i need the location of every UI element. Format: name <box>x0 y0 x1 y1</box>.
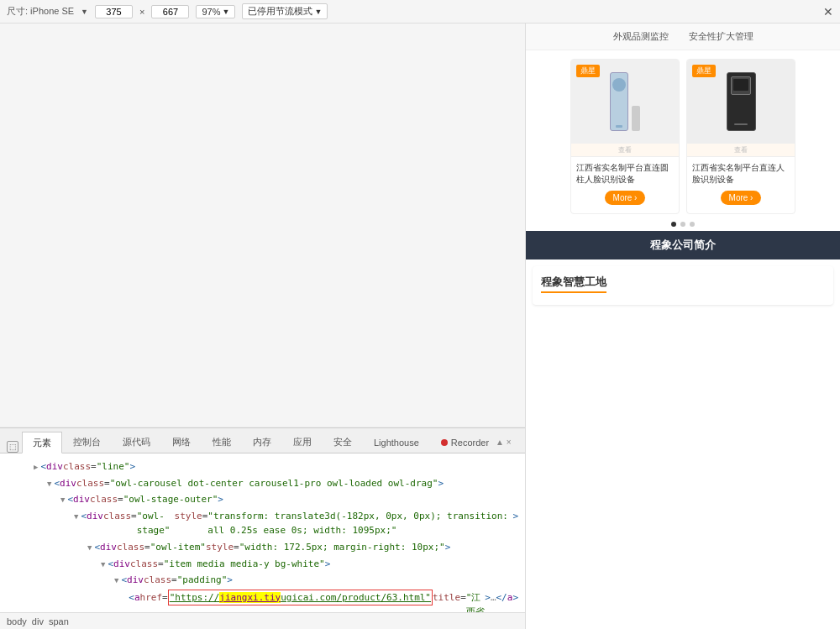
height-input[interactable] <box>151 5 189 18</box>
tab-lighthouse[interactable]: Lighthouse <box>363 431 430 453</box>
tab-application-label: 应用 <box>293 436 312 448</box>
throttle-dropdown-icon: ▼ <box>314 8 322 16</box>
browser-content-area: ⬚ 元素 控制台 源代码 网络 性能 <box>0 24 840 629</box>
tab-security-label: 安全 <box>333 436 352 448</box>
tab-exterior-label: 外观品测监控 <box>613 31 669 41</box>
card-info-1: 江西省实名制平台直连圆柱人脸识别设备 More › <box>571 157 679 213</box>
code-line: ▼ <div class="owl-carousel dot-center ca… <box>7 475 518 492</box>
dimension-separator: × <box>139 7 144 17</box>
carousel-dots <box>526 218 840 231</box>
tab-performance-label: 性能 <box>213 436 231 448</box>
card-more-button-2[interactable]: More › <box>721 191 762 205</box>
tab-memory-label: 内存 <box>253 436 271 448</box>
breadcrumb-div[interactable]: div <box>32 616 44 626</box>
devtools-breadcrumb: body div span <box>0 612 525 629</box>
width-input[interactable] <box>95 5 133 18</box>
tab-console-label: 控制台 <box>73 436 101 448</box>
dot-2[interactable] <box>680 222 685 227</box>
code-line: ▼ <div class="padding" > <box>7 572 518 589</box>
expand-arrow[interactable]: ▶ <box>34 461 38 473</box>
card-label-2: 查看 <box>687 144 795 157</box>
card-badge-2: 鼎星 <box>692 65 716 77</box>
card-title-1: 江西省实名制平台直连圆柱人脸识别设备 <box>576 162 674 186</box>
tab-sources-label: 源代码 <box>123 436 150 448</box>
card-title-2: 江西省实名制平台直连人脸识别设备 <box>692 162 790 186</box>
recorder-dot-icon <box>441 439 448 446</box>
code-line: ▼ <div class="owl-stage" style="transfor… <box>7 508 518 539</box>
breadcrumb-body[interactable]: body <box>7 616 27 626</box>
code-panel: ▶ <div class="line" > ▼ <div class="owl-… <box>0 453 525 612</box>
company-section-header: 程象公司简介 <box>526 231 840 259</box>
preview-panel: 外观品测监控 安全性扩大管理 鼎星 <box>525 24 840 629</box>
close-devtools-button[interactable]: ✕ <box>823 5 833 18</box>
tab-security-mgmt[interactable]: 安全性扩大管理 <box>679 27 764 46</box>
tab-security-label: 安全性扩大管理 <box>689 31 753 41</box>
company-intro-title: 程象智慧工地 <box>541 275 606 293</box>
size-label: 尺寸: iPhone SE <box>7 5 74 18</box>
throttle-mode-select[interactable]: 已停用节流模式 ▼ <box>242 3 328 19</box>
product-card-1: 鼎星 查看 江西省实名制平台直连 <box>570 59 680 214</box>
code-line-highlighted: <a href="https://jiangxi.tiyugicai.com/p… <box>7 589 518 612</box>
browser-window: 尺寸: iPhone SE ▼ × 97% ▼ 已停用节流模式 ▼ ✕ ⬚ <box>0 0 840 629</box>
dot-3[interactable] <box>690 222 695 227</box>
code-line: ▼ <div class="item media media-y bg-whit… <box>7 556 518 573</box>
expand-arrow[interactable]: ▼ <box>114 574 118 586</box>
expand-arrow[interactable]: ▼ <box>60 494 65 506</box>
tab-elements[interactable]: 元素 <box>22 432 62 453</box>
tab-application[interactable]: 应用 <box>282 431 323 453</box>
zoom-dropdown-icon: ▼ <box>222 8 229 16</box>
tab-lighthouse-label: Lighthouse <box>374 438 419 448</box>
tab-network[interactable]: 网络 <box>161 431 202 453</box>
browser-toolbar: 尺寸: iPhone SE ▼ × 97% ▼ 已停用节流模式 ▼ ✕ <box>0 0 840 24</box>
inspector-empty-area <box>0 24 525 427</box>
inspector-icon[interactable]: ⬚ <box>7 441 18 453</box>
tab-memory[interactable]: 内存 <box>242 431 282 453</box>
breadcrumb-span[interactable]: span <box>49 616 69 626</box>
expand-arrow[interactable]: ▼ <box>101 558 105 570</box>
zoom-value: 97% <box>202 7 220 17</box>
preview-section-tabs: 外观品测监控 安全性扩大管理 <box>526 24 840 50</box>
product-cards-container: 鼎星 查看 江西省实名制平台直连 <box>526 50 840 218</box>
devtools-tabs-bar: ⬚ 元素 控制台 源代码 网络 性能 <box>0 428 525 453</box>
highlighted-href-value[interactable]: "https://jiangxi.tiyugicai.com/product/6… <box>168 590 433 606</box>
throttle-mode-label: 已停用节流模式 <box>248 5 312 18</box>
code-line: ▶ <div class="line" > <box>7 459 518 475</box>
card-label-1: 查看 <box>571 144 679 157</box>
tab-performance[interactable]: 性能 <box>202 431 242 453</box>
product-card-2: 鼎星 查看 江西省实名制平台直连人脸识别设备 <box>686 59 795 214</box>
card-badge-1: 鼎星 <box>576 65 600 77</box>
dot-1[interactable] <box>671 222 676 227</box>
tab-recorder-label: Recorder <box>451 438 489 448</box>
code-line: ▼ <div class="owl-stage-outer" > <box>7 491 518 508</box>
dropdown-arrow-size[interactable]: ▼ <box>81 8 88 16</box>
tab-security[interactable]: 安全 <box>323 431 363 453</box>
zoom-select[interactable]: 97% ▼ <box>196 5 235 18</box>
expand-arrow[interactable]: ▼ <box>74 511 78 522</box>
tab-sources[interactable]: 源代码 <box>112 431 161 453</box>
card-info-2: 江西省实名制平台直连人脸识别设备 More › <box>687 157 795 213</box>
tab-recorder[interactable]: Recorder ▲ × <box>430 431 522 453</box>
expand-arrow[interactable]: ▼ <box>47 478 51 490</box>
inspector-panel: ⬚ 元素 控制台 源代码 网络 性能 <box>0 24 525 629</box>
tab-exterior-monitor[interactable]: 外观品测监控 <box>603 27 679 46</box>
phone-preview: 外观品测监控 安全性扩大管理 鼎星 <box>526 24 840 629</box>
devtools-panel: ⬚ 元素 控制台 源代码 网络 性能 <box>0 427 525 629</box>
code-line: ▼ <div class="owl-item" style="width: 17… <box>7 539 518 556</box>
company-section-title: 程象公司简介 <box>650 238 716 251</box>
tab-console[interactable]: 控制台 <box>62 431 112 453</box>
card-more-button-1[interactable]: More › <box>605 191 646 205</box>
expand-arrow[interactable]: ▼ <box>87 542 92 553</box>
tab-network-label: 网络 <box>172 436 191 448</box>
tab-elements-label: 元素 <box>33 437 51 449</box>
recorder-close-icon[interactable]: ▲ × <box>496 438 512 447</box>
company-intro-card: 程象智慧工地 <box>533 266 833 305</box>
